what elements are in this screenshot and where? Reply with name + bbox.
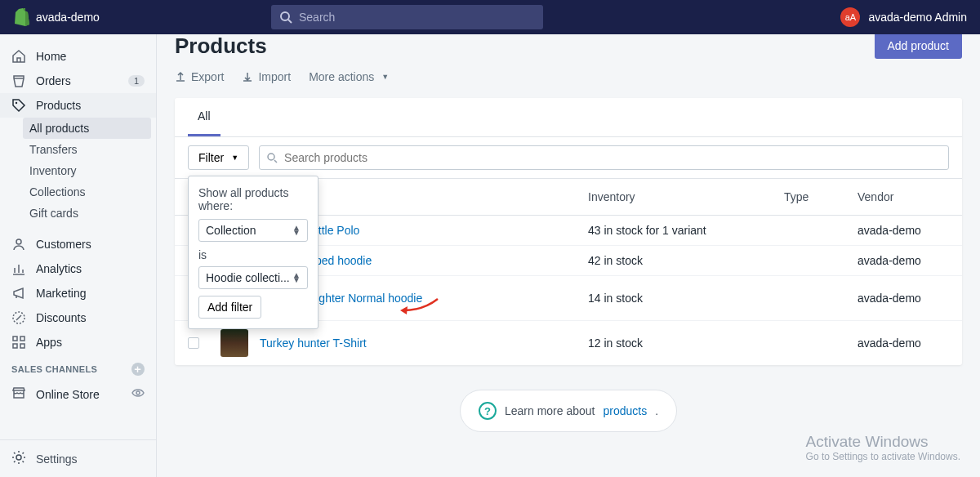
tag-icon bbox=[11, 98, 26, 113]
sidebar-sub-all-products[interactable]: All products bbox=[23, 118, 151, 139]
svg-point-11 bbox=[268, 154, 274, 160]
orders-badge: 1 bbox=[128, 75, 145, 87]
sidebar-sub-gift-cards[interactable]: Gift cards bbox=[0, 203, 156, 224]
global-search-input[interactable] bbox=[271, 5, 543, 29]
product-search-input[interactable] bbox=[259, 145, 949, 170]
tabs: All bbox=[175, 98, 962, 137]
select-chevrons-icon: ▲▼ bbox=[292, 225, 301, 235]
is-label: is bbox=[198, 248, 308, 261]
inventory-cell: 14 in stock bbox=[588, 292, 784, 305]
learn-more-text: Learn more about bbox=[505, 404, 595, 417]
product-thumbnail bbox=[220, 329, 248, 357]
avatar: aA bbox=[840, 7, 860, 27]
export-button[interactable]: Export bbox=[175, 70, 224, 83]
inventory-cell: 43 in stock for 1 variant bbox=[588, 224, 784, 237]
sidebar-item-settings[interactable]: Settings bbox=[0, 440, 156, 477]
add-product-button[interactable]: Add product bbox=[875, 34, 963, 59]
sidebar-item-label: Orders bbox=[36, 74, 71, 87]
sidebar-item-discounts[interactable]: Discounts bbox=[0, 305, 156, 330]
svg-rect-7 bbox=[13, 344, 17, 348]
sidebar-item-online-store[interactable]: Online Store bbox=[0, 381, 156, 408]
sidebar-item-label: Customers bbox=[36, 238, 91, 251]
header-inventory[interactable]: Inventory bbox=[588, 190, 784, 203]
sidebar-item-home[interactable]: Home bbox=[0, 44, 156, 69]
sidebar-item-label: Settings bbox=[36, 452, 78, 466]
chevron-down-icon: ▼ bbox=[231, 154, 238, 162]
inventory-cell: 12 in stock bbox=[588, 337, 784, 350]
svg-line-12 bbox=[274, 160, 277, 163]
help-icon: ? bbox=[479, 402, 497, 420]
toolbar-label: Import bbox=[258, 70, 291, 83]
row-checkbox[interactable] bbox=[188, 337, 199, 349]
discount-icon bbox=[11, 310, 26, 325]
svg-rect-8 bbox=[20, 344, 24, 348]
import-icon bbox=[242, 71, 253, 82]
sidebar-item-label: Apps bbox=[36, 336, 62, 349]
sales-channels-header: SALES CHANNELS ＋ bbox=[0, 354, 156, 381]
filter-value-select[interactable]: Hoodie collecti... ▲▼ bbox=[198, 266, 308, 289]
customer-icon bbox=[11, 237, 26, 252]
chevron-down-icon: ▼ bbox=[381, 73, 389, 81]
logo-area: avada-demo bbox=[13, 8, 152, 26]
header-vendor[interactable]: Vendor bbox=[858, 190, 949, 203]
vendor-cell: avada-demo bbox=[858, 292, 949, 305]
sidebar-item-products[interactable]: Products bbox=[0, 93, 156, 118]
svg-line-1 bbox=[288, 20, 292, 23]
vendor-cell: avada-demo bbox=[858, 254, 949, 267]
user-menu[interactable]: aA avada-demo Admin bbox=[840, 7, 967, 27]
vendor-cell: avada-demo bbox=[858, 224, 949, 237]
sidebar-sub-collections[interactable]: Collections bbox=[0, 181, 156, 203]
filter-row: Filter ▼ bbox=[175, 137, 962, 179]
search-icon bbox=[279, 11, 292, 26]
sidebar-item-label: Products bbox=[36, 99, 81, 112]
user-name: avada-demo Admin bbox=[868, 11, 967, 24]
main-content: Products Add product Export Import More … bbox=[157, 34, 980, 477]
apps-icon bbox=[11, 335, 26, 350]
sidebar-item-marketing[interactable]: Marketing bbox=[0, 281, 156, 305]
sidebar-item-customers[interactable]: Customers bbox=[0, 232, 156, 256]
product-link[interactable]: Turkey hunter T-Shirt bbox=[260, 337, 367, 350]
filter-button[interactable]: Filter ▼ bbox=[188, 145, 249, 170]
more-actions-button[interactable]: More actions ▼ bbox=[309, 70, 389, 83]
sidebar-sub-transfers[interactable]: Transfers bbox=[0, 139, 156, 160]
sidebar-item-apps[interactable]: Apps bbox=[0, 330, 156, 354]
svg-point-3 bbox=[16, 239, 21, 244]
sidebar-sub-inventory[interactable]: Inventory bbox=[0, 160, 156, 181]
sidebar-item-label: Discounts bbox=[36, 311, 86, 324]
import-button[interactable]: Import bbox=[242, 70, 291, 83]
megaphone-icon bbox=[11, 286, 26, 301]
gear-icon bbox=[11, 450, 26, 467]
learn-more-link[interactable]: products bbox=[603, 404, 647, 417]
sidebar-item-analytics[interactable]: Analytics bbox=[0, 256, 156, 281]
svg-point-10 bbox=[16, 455, 21, 460]
page-toolbar: Export Import More actions ▼ bbox=[175, 65, 962, 98]
popover-title: Show all products where: bbox=[198, 186, 308, 212]
vendor-cell: avada-demo bbox=[858, 337, 949, 350]
sidebar-item-orders[interactable]: Orders 1 bbox=[0, 69, 156, 93]
preview-store-icon[interactable] bbox=[131, 386, 145, 402]
orders-icon bbox=[11, 74, 26, 88]
store-icon bbox=[11, 386, 26, 403]
sidebar-item-label: Online Store bbox=[36, 388, 100, 401]
learn-more-card: ? Learn more about products. bbox=[460, 390, 677, 432]
select-chevrons-icon: ▲▼ bbox=[292, 273, 301, 283]
sidebar-item-label: Analytics bbox=[36, 262, 82, 275]
svg-point-9 bbox=[136, 391, 140, 395]
section-header-label: SALES CHANNELS bbox=[11, 364, 97, 374]
filter-label: Filter bbox=[198, 151, 224, 164]
header-type[interactable]: Type bbox=[784, 190, 858, 203]
top-bar: avada-demo aA avada-demo Admin bbox=[0, 0, 980, 34]
home-icon bbox=[11, 49, 26, 64]
shopify-logo-icon bbox=[13, 8, 29, 26]
add-filter-button[interactable]: Add filter bbox=[198, 296, 261, 319]
add-channel-button[interactable]: ＋ bbox=[131, 363, 145, 376]
inventory-cell: 42 in stock bbox=[588, 254, 784, 267]
svg-rect-6 bbox=[20, 337, 24, 341]
toolbar-label: Export bbox=[191, 70, 224, 83]
products-card: All Filter ▼ Show all products where: Co… bbox=[175, 98, 962, 365]
filter-field-select[interactable]: Collection ▲▼ bbox=[198, 219, 308, 242]
tab-all[interactable]: All bbox=[188, 98, 220, 136]
svg-point-0 bbox=[281, 12, 289, 20]
search-icon bbox=[266, 152, 278, 166]
analytics-icon bbox=[11, 261, 26, 276]
